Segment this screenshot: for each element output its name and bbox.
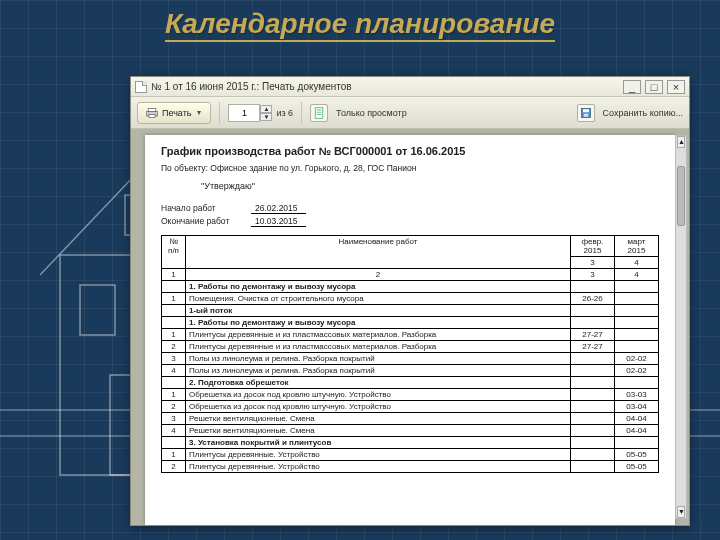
table-row: 1. Работы по демонтажу и вывозу мусора	[162, 281, 659, 293]
cell-name: 3. Установка покрытий и плинтусов	[186, 437, 571, 449]
scroll-thumb[interactable]	[677, 166, 685, 226]
cell-name: 1. Работы по демонтажу и вывозу мусора	[186, 317, 571, 329]
view-only-button[interactable]	[310, 104, 328, 122]
cell-month1	[571, 365, 615, 377]
save-button[interactable]	[577, 104, 595, 122]
cell-num: 1	[162, 449, 186, 461]
page-spinner: ▲ ▼ из 6	[228, 104, 293, 122]
doc-approved: "Утверждаю"	[201, 181, 659, 191]
cell-num: 4	[162, 365, 186, 377]
cell-month2: 05-05	[615, 461, 659, 473]
cell-month2: 03-04	[615, 401, 659, 413]
cell-month1: 26-26	[571, 293, 615, 305]
view-only-label: Только просмотр	[334, 108, 407, 118]
col-month1-idx: 3	[571, 257, 615, 269]
end-label: Окончание работ	[161, 216, 241, 227]
table-row: 1Помещения. Очистка от строительного мус…	[162, 293, 659, 305]
cell-month2	[615, 281, 659, 293]
cell-month2: 04-04	[615, 413, 659, 425]
cell-name: Решетки вентиляционные. Смена	[186, 413, 571, 425]
toolbar-separator	[301, 102, 302, 124]
window-titlebar: № 1 от 16 июня 2015 г.: Печать документо…	[131, 77, 689, 97]
minimize-button[interactable]: _	[623, 80, 641, 94]
cell-name: Плинтусы деревянные. Устройство	[186, 449, 571, 461]
table-row: 1Обрешетка из досок под кровлю штучную. …	[162, 389, 659, 401]
col-name-header: Наименование работ	[186, 236, 571, 269]
cell-month1	[571, 389, 615, 401]
page-count-label: из 6	[276, 108, 293, 118]
table-row: 4Полы из линолеума и релина. Разборка по…	[162, 365, 659, 377]
cell-num: 3	[162, 413, 186, 425]
table-row: 1Плинтусы деревянные. Устройство05-05	[162, 449, 659, 461]
print-button[interactable]: Печать ▼	[137, 102, 211, 124]
page-up-button[interactable]: ▲	[260, 105, 272, 113]
col-idx-3: 3	[571, 269, 615, 281]
page-down-button[interactable]: ▼	[260, 113, 272, 121]
cell-name: Плинтусы деревянные. Устройство	[186, 461, 571, 473]
cell-month2	[615, 341, 659, 353]
print-label: Печать	[162, 108, 191, 118]
col-month1-header: февр.2015	[571, 236, 615, 257]
save-label: Сохранить копию...	[601, 108, 683, 118]
close-button[interactable]: ×	[667, 80, 685, 94]
cell-month2: 04-04	[615, 425, 659, 437]
cell-month1	[571, 305, 615, 317]
cell-name: Полы из линолеума и релина. Разборка пок…	[186, 353, 571, 365]
cell-month1	[571, 377, 615, 389]
cell-num: 2	[162, 341, 186, 353]
schedule-table: № п/п Наименование работ февр.2015 март2…	[161, 235, 659, 473]
cell-month2	[615, 329, 659, 341]
svg-rect-16	[583, 109, 589, 112]
cell-month2: 02-02	[615, 353, 659, 365]
cell-name: 2. Подготовка обрешеток	[186, 377, 571, 389]
cell-month1	[571, 317, 615, 329]
cell-num	[162, 305, 186, 317]
cell-name: Плинтусы деревянные и из пластмассовых м…	[186, 329, 571, 341]
document-icon	[135, 81, 147, 93]
dropdown-caret-icon: ▼	[195, 109, 202, 116]
floppy-icon	[580, 107, 592, 119]
document-view-icon	[313, 107, 325, 119]
table-row: 3Решетки вентиляционные. Смена04-04	[162, 413, 659, 425]
cell-name: 1. Работы по демонтажу и вывозу мусора	[186, 281, 571, 293]
window-title: № 1 от 16 июня 2015 г.: Печать документо…	[151, 81, 619, 92]
col-month2-header: март2015	[615, 236, 659, 257]
cell-month1	[571, 413, 615, 425]
doc-heading: График производства работ № ВСГ000001 от…	[161, 145, 659, 157]
end-value: 10.03.2015	[251, 216, 306, 227]
table-row: 3. Установка покрытий и плинтусов	[162, 437, 659, 449]
maximize-button[interactable]: □	[645, 80, 663, 94]
cell-month2	[615, 317, 659, 329]
cell-name: Обрешетка из досок под кровлю штучную. У…	[186, 401, 571, 413]
start-value: 26.02.2015	[251, 203, 306, 214]
col-idx-2: 2	[186, 269, 571, 281]
cell-name: Помещения. Очистка от строительного мусо…	[186, 293, 571, 305]
scroll-down-button[interactable]: ▼	[677, 506, 685, 518]
table-row: 2Плинтусы деревянные. Устройство05-05	[162, 461, 659, 473]
svg-rect-11	[315, 107, 323, 118]
cell-month1: 27-27	[571, 341, 615, 353]
toolbar: Печать ▼ ▲ ▼ из 6 Только просмотр Сохран…	[131, 97, 689, 129]
cell-name: Полы из линолеума и релина. Разборка пок…	[186, 365, 571, 377]
col-idx-1: 1	[162, 269, 186, 281]
svg-rect-8	[148, 108, 156, 111]
cell-num: 2	[162, 401, 186, 413]
col-idx-4: 4	[615, 269, 659, 281]
table-row: 1. Работы по демонтажу и вывозу мусора	[162, 317, 659, 329]
cell-num: 1	[162, 293, 186, 305]
cell-name: Обрешетка из досок под кровлю штучную. У…	[186, 389, 571, 401]
toolbar-separator	[219, 102, 220, 124]
start-date-row: Начало работ 26.02.2015	[161, 203, 659, 214]
cell-num	[162, 437, 186, 449]
document-viewport: График производства работ № ВСГ000001 от…	[131, 129, 689, 525]
cell-month1	[571, 353, 615, 365]
start-label: Начало работ	[161, 203, 241, 214]
page-input[interactable]	[228, 104, 260, 122]
table-row: 2Обрешетка из досок под кровлю штучную. …	[162, 401, 659, 413]
end-date-row: Окончание работ 10.03.2015	[161, 216, 659, 227]
vertical-scrollbar[interactable]: ▲ ▼	[675, 135, 687, 519]
col-month2-idx: 4	[615, 257, 659, 269]
scroll-up-button[interactable]: ▲	[677, 136, 685, 148]
document-page: График производства работ № ВСГ000001 от…	[145, 135, 675, 525]
print-preview-window: № 1 от 16 июня 2015 г.: Печать документо…	[130, 76, 690, 526]
